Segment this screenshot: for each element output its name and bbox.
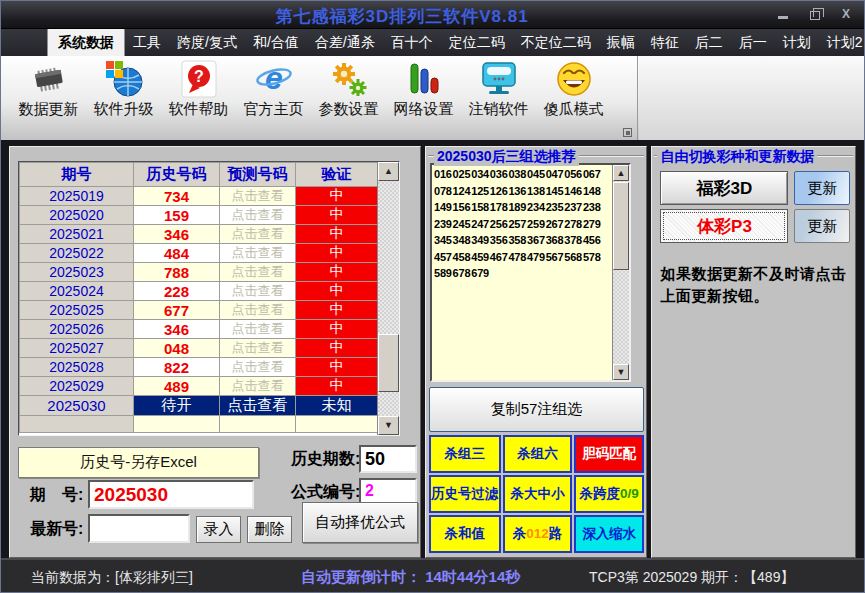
copy-selection-button[interactable]: 复制57注组选 — [429, 387, 644, 432]
header-verify: 验证 — [296, 163, 378, 187]
formula-number-input[interactable] — [359, 478, 417, 504]
toolbar-item-label: 参数设置 — [319, 100, 379, 119]
tab-last-two[interactable]: 后二 — [687, 30, 731, 56]
tab-nonposition-2code[interactable]: 不定位二码 — [513, 30, 599, 56]
tab-diff-kill[interactable]: 合差/通杀 — [307, 30, 383, 56]
update-ticai-button[interactable]: 更新 — [794, 209, 850, 243]
result-cell: 中 — [296, 377, 378, 396]
chip-icon — [29, 59, 69, 99]
prediction-link[interactable]: 点击查看 — [220, 282, 296, 301]
ticai-p3-button[interactable]: 体彩P3 — [660, 209, 788, 243]
close-button[interactable]: X — [842, 7, 850, 21]
delete-button[interactable]: 删除 — [247, 516, 292, 543]
prediction-link[interactable]: 点击查看 — [220, 339, 296, 358]
table-row: 2025025 677 点击查看 中 — [20, 301, 378, 320]
prediction-link[interactable]: 点击查看 — [220, 320, 296, 339]
official-homepage-button[interactable]: e 官方主页 — [236, 59, 311, 140]
history-filter-button[interactable]: 历史号过滤 — [429, 475, 501, 513]
tab-system-data[interactable]: 系统数据 — [47, 28, 125, 58]
kill-012-route-button[interactable]: 杀012路 — [503, 515, 573, 553]
enter-button[interactable]: 录入 — [196, 516, 241, 543]
number-cell: 159 — [134, 206, 220, 225]
menu-bar: 系统数据 工具 跨度/复式 和/合值 合差/通杀 百十个 定位二码 不定位二码 … — [1, 29, 864, 56]
result-cell: 中 — [296, 225, 378, 244]
prediction-link[interactable]: 点击查看 — [220, 187, 296, 206]
prediction-link[interactable]: 点击查看 — [220, 358, 296, 377]
restore-button[interactable] — [810, 9, 820, 20]
prediction-link[interactable]: 点击查看 — [220, 225, 296, 244]
svg-text:?: ? — [194, 68, 204, 85]
header-prediction: 预测号码 — [220, 163, 296, 187]
result-cell: 中 — [296, 263, 378, 282]
scroll-up-icon[interactable]: ▲ — [378, 162, 399, 181]
tab-span-duplex[interactable]: 跨度/复式 — [169, 30, 245, 56]
auto-formula-button[interactable]: 自动择优公式 — [302, 502, 418, 543]
export-excel-button[interactable]: 历史号-另存Excel — [18, 447, 259, 478]
scroll-down-icon[interactable]: ▼ — [378, 416, 399, 435]
toolbar-expand-icon[interactable] — [623, 128, 632, 137]
table-row: 2025024 228 点击查看 中 — [20, 282, 378, 301]
table-row: 2025027 048 点击查看 中 — [20, 339, 378, 358]
table-row: 2025022 484 点击查看 中 — [20, 244, 378, 263]
tab-last-one[interactable]: 后一 — [731, 30, 775, 56]
latest-number-label: 最新号: — [30, 519, 83, 540]
app-window: 第七感福彩3D排列三软件V8.81 X 系统数据 工具 跨度/复式 和/合值 合… — [0, 0, 865, 593]
software-help-button[interactable]: ? 软件帮助 — [161, 59, 236, 140]
tab-sum-value[interactable]: 和/合值 — [245, 30, 307, 56]
software-upgrade-button[interactable]: 软件升级 — [86, 59, 161, 140]
network-settings-button[interactable]: 网络设置 — [386, 59, 461, 140]
fucai-3d-button[interactable]: 福彩3D — [660, 171, 788, 205]
deep-shrink-button[interactable]: 深入缩水 — [574, 515, 644, 553]
prediction-link[interactable]: 点击查看 — [220, 263, 296, 282]
kill-group3-button[interactable]: 杀组三 — [429, 435, 501, 473]
tab-position-2code[interactable]: 定位二码 — [441, 30, 513, 56]
prediction-link[interactable]: 点击查看 — [220, 301, 296, 320]
period-cell: 2025030 — [20, 396, 134, 416]
prediction-link[interactable]: 点击查看 — [220, 206, 296, 225]
number-cell: 484 — [134, 244, 220, 263]
numbers-scrollbar[interactable]: ▲ ▼ — [612, 165, 629, 380]
kill-big-mid-small-button[interactable]: 杀大中小 — [503, 475, 573, 513]
tab-hundred-ten[interactable]: 百十个 — [383, 30, 441, 56]
dan-match-button[interactable]: 胆码匹配 — [574, 435, 644, 473]
period-cell: 2025023 — [20, 263, 134, 282]
table-header-row: 期号 历史号码 预测号码 验证 — [20, 163, 378, 187]
result-cell: 中 — [296, 206, 378, 225]
toolbar-main: 数据更新 软件升级 ? 软件帮助 — [1, 56, 638, 140]
tab-tools[interactable]: 工具 — [125, 30, 169, 56]
table-row: 2025028 822 点击查看 中 — [20, 358, 378, 377]
parameter-settings-button[interactable]: 参数设置 — [311, 59, 386, 140]
tab-amplitude[interactable]: 振幅 — [599, 30, 643, 56]
prediction-link[interactable]: 点击查看 — [220, 377, 296, 396]
kill-group6-button[interactable]: 杀组六 — [503, 435, 573, 473]
homepage-icon: e — [254, 59, 294, 99]
easy-mode-button[interactable]: 傻瓜模式 — [536, 59, 611, 140]
latest-number-input[interactable] — [88, 514, 190, 543]
logout-software-button[interactable]: 注销软件 — [461, 59, 536, 140]
network-bars-icon — [404, 59, 444, 99]
pending-result-cell: 未知 — [296, 396, 378, 416]
scrollbar-thumb[interactable] — [378, 334, 399, 392]
history-count-input[interactable] — [359, 445, 417, 473]
window-title: 第七感福彩3D排列三软件V8.81 — [276, 5, 529, 28]
prediction-link[interactable]: 点击查看 — [220, 244, 296, 263]
update-fucai-button[interactable]: 更新 — [794, 171, 850, 205]
scrollbar-thumb[interactable] — [613, 182, 629, 270]
minimize-button[interactable] — [778, 10, 788, 19]
kill-span-button[interactable]: 杀跨度0/9 — [574, 475, 644, 513]
table-scrollbar[interactable]: ▲ ▼ — [377, 162, 399, 435]
toolbar-item-label: 注销软件 — [469, 100, 529, 119]
toolbar-item-label: 网络设置 — [394, 100, 454, 119]
scroll-up-icon[interactable]: ▲ — [613, 165, 629, 181]
prediction-link[interactable]: 点击查看 — [220, 396, 296, 416]
main-content: 期号 历史号码 预测号码 验证 2025019 734 点击查看 中 20250… — [1, 146, 864, 558]
tab-plan2[interactable]: 计划2 — [819, 30, 865, 56]
data-update-button[interactable]: 数据更新 — [11, 59, 86, 140]
tab-feature[interactable]: 特征 — [643, 30, 687, 56]
recommend-numbers-text[interactable]: 016 025 034 036 038 045 047 056 067 078 … — [434, 166, 610, 380]
toolbar-item-label: 傻瓜模式 — [544, 100, 604, 119]
period-input[interactable] — [88, 480, 254, 509]
kill-sum-button[interactable]: 杀和值 — [429, 515, 501, 553]
tab-plan[interactable]: 计划 — [775, 30, 819, 56]
scroll-down-icon[interactable]: ▼ — [613, 364, 629, 380]
